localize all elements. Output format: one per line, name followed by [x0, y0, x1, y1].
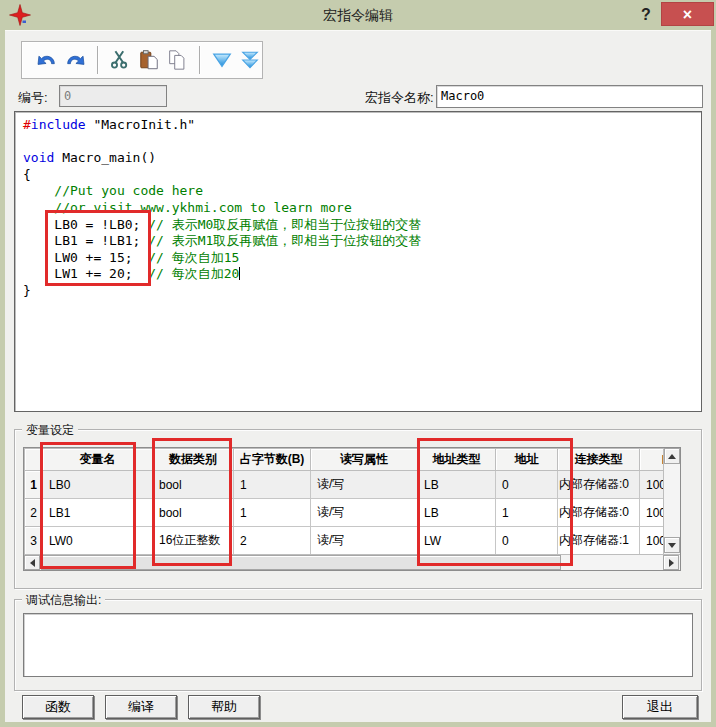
help-titlebar-button[interactable]: ?	[634, 3, 658, 27]
text-caret	[239, 267, 240, 280]
code-line: //Put you code here	[23, 183, 701, 200]
table-cell[interactable]: 读/写	[311, 527, 418, 555]
redo-icon	[64, 49, 86, 71]
dialog-body: 编号: 0 宏指令名称: Macro0 #include "MacroInit.…	[5, 30, 711, 722]
table-vertical-scrollbar[interactable]	[663, 448, 680, 554]
exit-button[interactable]: 退出	[622, 695, 698, 719]
debug-group-label: 调试信息输出:	[22, 592, 105, 609]
scroll-down-button[interactable]	[664, 537, 680, 553]
function-button[interactable]: 函数	[22, 695, 94, 719]
right-arrow-icon	[669, 559, 674, 567]
code-line: void Macro_main()	[23, 150, 701, 167]
code-highlight-rect	[45, 210, 151, 286]
toolbar	[21, 41, 263, 79]
number-label: 编号:	[18, 89, 48, 107]
double-down-triangle-button[interactable]	[238, 48, 262, 72]
down-triangle-button[interactable]	[210, 48, 234, 72]
toolbar-separator	[199, 46, 200, 74]
cut-button[interactable]	[108, 48, 132, 72]
scroll-up-button[interactable]	[664, 448, 680, 464]
macro-name-label: 宏指令名称:	[365, 89, 434, 107]
macro-editor-window: 宏指令编辑 ? ×	[0, 0, 716, 727]
scroll-right-button[interactable]	[663, 555, 679, 570]
address-highlight-rect	[417, 438, 573, 566]
column-header[interactable]: PL	[640, 449, 664, 471]
down-arrow-icon	[668, 543, 676, 548]
macro-name-field[interactable]: Macro0	[436, 85, 703, 108]
table-cell[interactable]: 100	[640, 499, 664, 527]
debug-output-area[interactable]	[23, 613, 693, 677]
code-line: {	[23, 167, 701, 184]
table-cell[interactable]: 读/写	[311, 499, 418, 527]
table-cell[interactable]: 2	[234, 527, 311, 555]
undo-button[interactable]	[35, 48, 59, 72]
title-bar[interactable]: 宏指令编辑 ? ×	[0, 0, 716, 30]
table-cell[interactable]: 读/写	[311, 471, 418, 499]
code-line	[23, 134, 701, 151]
code-line: #include "MacroInit.h"	[23, 117, 701, 134]
left-arrow-icon	[30, 559, 35, 567]
close-button[interactable]: ×	[661, 2, 714, 26]
scroll-left-button[interactable]	[24, 555, 40, 570]
help-button[interactable]: 帮助	[188, 695, 260, 719]
down-triangle-icon	[211, 49, 233, 71]
column-header[interactable]: 占字节数(B)	[234, 449, 311, 471]
cut-icon	[109, 49, 131, 71]
compile-button[interactable]: 编译	[105, 695, 177, 719]
data-type-highlight-rect	[152, 438, 232, 566]
up-arrow-icon	[668, 454, 676, 459]
undo-icon	[36, 49, 58, 71]
paste-button[interactable]	[137, 48, 161, 72]
variable-name-highlight-rect	[40, 442, 136, 569]
column-header[interactable]: 读写属性	[311, 449, 418, 471]
variables-group-label: 变量设定	[22, 422, 78, 439]
macro-number-field[interactable]: 0	[59, 85, 167, 107]
toolbar-separator	[97, 46, 98, 74]
window-title: 宏指令编辑	[0, 7, 716, 25]
table-cell[interactable]: 100	[640, 527, 664, 555]
redo-button[interactable]	[64, 48, 88, 72]
table-cell[interactable]: 1	[234, 499, 311, 527]
double-down-triangle-icon	[239, 49, 261, 71]
copy-icon	[166, 49, 188, 71]
paste-icon	[138, 49, 160, 71]
table-cell[interactable]: 1	[234, 471, 311, 499]
copy-button[interactable]	[165, 48, 189, 72]
table-cell[interactable]: 100	[640, 471, 664, 499]
debug-groupbox: 调试信息输出:	[14, 599, 702, 691]
